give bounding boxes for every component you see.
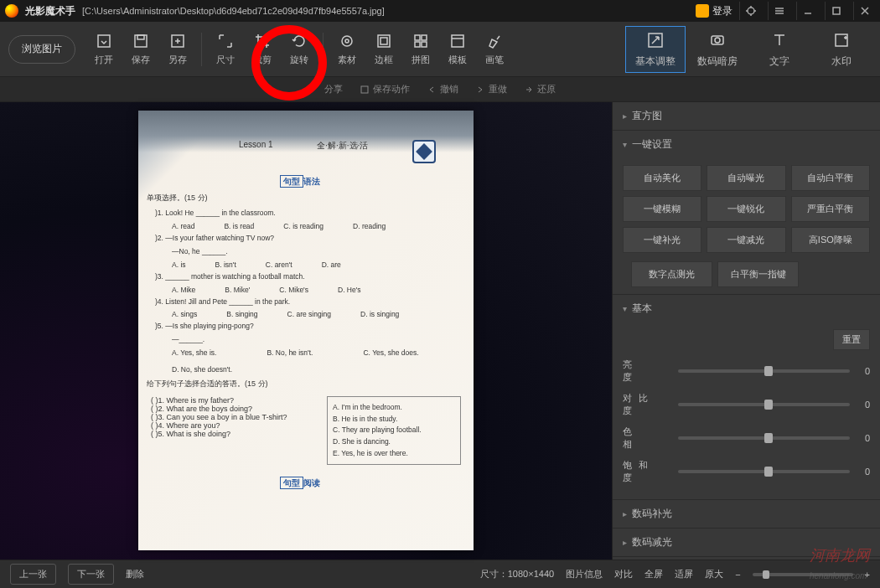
undo-button[interactable]: 撤销 <box>427 83 458 95</box>
status-bar: 上一张 下一张 删除 尺寸：1080×1440 图片信息 对比 全屏 适屏 原大… <box>0 560 880 588</box>
basic-adjust-tab[interactable]: 基本调整 <box>625 26 686 73</box>
contrast-slider[interactable]: 对比度0 <box>623 392 870 417</box>
avatar-icon <box>696 4 709 18</box>
minimize-icon[interactable] <box>796 2 818 20</box>
share-button[interactable]: 分享 <box>324 83 343 95</box>
main-toolbar: 浏览图片 打开 保存 另存 尺寸 裁剪 旋转 素材 边框 拼图 模板 画笔 基本… <box>0 22 880 77</box>
border-icon <box>375 32 393 50</box>
login-button[interactable]: 登录 <box>696 4 732 18</box>
size-icon <box>216 32 235 50</box>
saveas-icon <box>168 32 187 50</box>
auto-beauty-button[interactable]: 自动美化 <box>623 165 701 191</box>
basic-adjust-icon <box>644 29 666 51</box>
original-button[interactable]: 原大 <box>705 568 723 580</box>
heavy-wb-button[interactable]: 严重白平衡 <box>791 196 870 222</box>
menu-icon[interactable] <box>768 2 789 20</box>
canvas-area[interactable]: Lesson 1 全·解·新·选·活 句型语法 单项选择。(15 分) )1. … <box>0 102 612 560</box>
high-iso-button[interactable]: 高ISO降噪 <box>791 227 870 253</box>
auto-exposure-button[interactable]: 自动曝光 <box>707 165 785 191</box>
crop-tool[interactable]: 裁剪 <box>246 32 279 66</box>
browse-images-button[interactable]: 浏览图片 <box>8 35 75 64</box>
brightness-slider[interactable]: 亮度0 <box>623 358 870 384</box>
svg-rect-12 <box>415 42 420 47</box>
collage-icon <box>412 32 430 50</box>
auto-wb-button[interactable]: 自动白平衡 <box>791 165 870 191</box>
one-reduce-button[interactable]: 一键减光 <box>707 227 785 253</box>
app-title: 光影魔术手 <box>25 4 75 18</box>
brush-icon <box>485 32 504 50</box>
image-size-label: 尺寸：1080×1440 <box>480 568 554 580</box>
template-tool[interactable]: 模板 <box>441 32 474 66</box>
svg-rect-1 <box>833 8 840 14</box>
darkroom-icon <box>707 29 728 51</box>
redo-button[interactable]: 重做 <box>475 83 507 95</box>
page-watermark: 河南龙网 henanlong.com <box>810 545 870 583</box>
point-meter-button[interactable]: 数字点测光 <box>631 261 712 287</box>
titlebar: 光影魔术手 [C:\Users\Administrator\Desktop\d6… <box>0 0 880 22</box>
open-tool[interactable]: 打开 <box>87 32 121 66</box>
template-icon <box>448 32 467 50</box>
svg-rect-10 <box>415 35 420 40</box>
app-logo-icon <box>5 4 18 18</box>
rotate-icon <box>290 32 308 50</box>
document-image: Lesson 1 全·解·新·选·活 句型语法 单项选择。(15 分) )1. … <box>138 111 474 550</box>
collage-tool[interactable]: 拼图 <box>404 32 437 66</box>
save-action-button[interactable]: 保存动作 <box>360 83 410 95</box>
svg-point-0 <box>748 8 754 14</box>
svg-rect-9 <box>380 38 387 44</box>
next-button[interactable]: 下一张 <box>68 564 114 585</box>
maximize-icon[interactable] <box>825 2 846 20</box>
basic-section[interactable]: ▾基本 <box>613 295 880 322</box>
watermark-icon <box>831 29 852 51</box>
file-path: [C:\Users\Administrator\Desktop\d6d94ebd… <box>82 6 385 16</box>
login-label: 登录 <box>712 4 732 18</box>
svg-point-6 <box>342 36 352 46</box>
svg-point-7 <box>345 39 349 43</box>
compare-button[interactable]: 对比 <box>614 568 633 580</box>
zoom-out-icon[interactable]: − <box>735 570 740 580</box>
watermark-tab[interactable]: 水印 <box>811 26 872 73</box>
text-icon <box>769 29 790 51</box>
reset-button[interactable]: 重置 <box>833 329 870 350</box>
hue-slider[interactable]: 色相0 <box>623 426 870 451</box>
svg-rect-11 <box>422 35 427 40</box>
saveas-tool[interactable]: 另存 <box>161 32 194 66</box>
brush-tool[interactable]: 画笔 <box>478 32 511 66</box>
darkroom-tab[interactable]: 数码暗房 <box>687 26 748 73</box>
one-fill-button[interactable]: 一键补光 <box>623 227 701 253</box>
crop-icon <box>253 32 272 50</box>
svg-rect-13 <box>422 42 427 47</box>
save-tool[interactable]: 保存 <box>124 32 158 66</box>
material-tool[interactable]: 素材 <box>330 32 364 66</box>
size-tool[interactable]: 尺寸 <box>209 32 242 66</box>
fullscreen-button[interactable]: 全屏 <box>644 568 663 580</box>
svg-rect-14 <box>452 35 463 47</box>
histogram-section[interactable]: ▸直方图 <box>613 102 880 130</box>
action-bar: 分享 保存动作 撤销 重做 还原 <box>0 77 880 102</box>
digital-fill-section[interactable]: ▸数码补光 <box>613 500 880 528</box>
svg-rect-3 <box>135 35 147 47</box>
border-tool[interactable]: 边框 <box>367 32 401 66</box>
restore-button[interactable]: 还原 <box>524 83 556 95</box>
text-tab[interactable]: 文字 <box>749 26 810 73</box>
delete-button[interactable]: 删除 <box>126 568 144 580</box>
oneclick-section[interactable]: ▾一键设置 <box>613 131 880 158</box>
rotate-tool[interactable]: 旋转 <box>282 32 316 66</box>
one-sharpen-button[interactable]: 一键锐化 <box>707 196 785 222</box>
close-icon[interactable] <box>853 2 875 20</box>
svg-rect-2 <box>98 35 110 47</box>
material-icon <box>338 32 356 50</box>
svg-rect-4 <box>137 35 144 39</box>
open-icon <box>95 32 113 50</box>
save-icon <box>132 32 150 50</box>
image-info-button[interactable]: 图片信息 <box>566 568 603 580</box>
svg-rect-19 <box>361 86 368 93</box>
side-panel: ▸直方图 ▾一键设置 自动美化 自动曝光 自动白平衡 一键模糊 一键锐化 严重白… <box>612 102 880 560</box>
settings-icon[interactable] <box>739 2 761 20</box>
svg-point-17 <box>715 38 720 43</box>
prev-button[interactable]: 上一张 <box>10 564 56 585</box>
fitscreen-button[interactable]: 适屏 <box>675 568 693 580</box>
saturation-slider[interactable]: 饱和度0 <box>623 459 870 484</box>
one-blur-button[interactable]: 一键模糊 <box>623 196 701 222</box>
wb-one-button[interactable]: 白平衡一指键 <box>717 261 799 287</box>
